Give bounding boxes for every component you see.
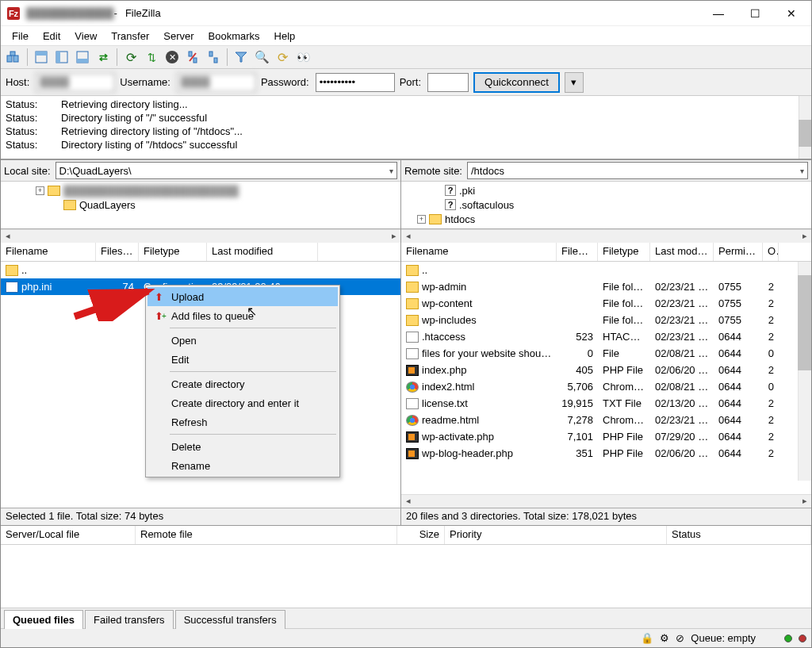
remote-tree[interactable]: ?.pki?.softaculous+htdocs	[401, 182, 811, 229]
reconnect-button[interactable]	[204, 48, 223, 67]
context-menu-item[interactable]: Delete	[147, 437, 338, 456]
context-menu-item[interactable]: Create directory	[147, 374, 338, 393]
tree-node[interactable]: +████████████████████████	[4, 183, 397, 197]
col-filesize[interactable]: Filesize	[96, 243, 139, 261]
queue-col-status[interactable]: Status	[667, 526, 811, 544]
file-row[interactable]: .htaccess523HTACCE...02/23/21 0...06442	[401, 328, 811, 345]
file-row[interactable]: ..	[1, 262, 400, 278]
menu-file[interactable]: File	[6, 29, 35, 44]
queue-tab[interactable]: Failed transfers	[85, 610, 174, 629]
tree-node[interactable]: ?.softaculous	[404, 197, 808, 212]
context-menu-item[interactable]: Edit	[147, 350, 338, 369]
svg-rect-6	[56, 52, 60, 63]
col-filename[interactable]: Filename	[1, 243, 96, 261]
col-lastmodified[interactable]: Last modified	[207, 243, 318, 261]
gear-icon[interactable]: ⚙	[660, 632, 669, 644]
stop-icon[interactable]: ⊘	[676, 632, 684, 644]
remote-site-combo[interactable]: /htdocs ▾	[467, 162, 808, 179]
context-menu-item[interactable]: ⬆Upload	[147, 287, 338, 306]
tree-node[interactable]: QuadLayers	[4, 197, 397, 212]
sync-browsing-button[interactable]: ⇄	[94, 48, 113, 67]
context-menu-item[interactable]: Create directory and enter it	[147, 393, 338, 412]
menu-transfer[interactable]: Transfer	[105, 29, 155, 44]
tree-node[interactable]: ?.pki	[404, 183, 808, 197]
quickconnect-button[interactable]: Quickconnect	[473, 72, 560, 93]
file-row[interactable]: index.php405PHP File02/06/20 2...06442	[401, 362, 811, 378]
toggle-log-button[interactable]	[32, 48, 51, 67]
context-menu-item[interactable]: Open	[147, 331, 338, 350]
menu-server[interactable]: Server	[157, 29, 200, 44]
quickconnect-bar: Host: Username: Password: Port: Quickcon…	[1, 69, 811, 96]
file-row[interactable]: index2.html5,706Chrome ...02/08/21 1...0…	[401, 378, 811, 395]
port-input[interactable]	[427, 73, 469, 92]
port-label: Port:	[400, 76, 421, 88]
file-row[interactable]: wp-contentFile folder02/23/21 0...07552	[401, 295, 811, 312]
queue-tab[interactable]: Queued files	[4, 610, 83, 629]
compare-button[interactable]: 🔍	[252, 48, 271, 67]
menu-view[interactable]: View	[68, 29, 103, 44]
file-row[interactable]: wp-activate.php7,101PHP File07/29/20 0..…	[401, 428, 811, 445]
remote-status-line: 20 files and 3 directories. Total size: …	[401, 508, 811, 525]
menu-help[interactable]: Help	[268, 29, 302, 44]
quickconnect-dropdown[interactable]: ▾	[565, 72, 584, 93]
remote-tree-hscroll[interactable]: ◂▸	[401, 229, 811, 243]
filter-button[interactable]	[232, 48, 251, 67]
local-tree-hscroll[interactable]: ◂▸	[1, 229, 400, 243]
file-row[interactable]: files for your website shoul...0File02/0…	[401, 345, 811, 362]
file-row[interactable]: readme.html7,278Chrome ...02/23/21 0...0…	[401, 412, 811, 428]
log-scrollbar-thumb[interactable]	[799, 120, 811, 147]
col-filesize[interactable]: Filesize	[557, 243, 598, 261]
file-row[interactable]: license.txt19,915TXT File02/13/20 0...06…	[401, 395, 811, 412]
search-button[interactable]: 👀	[293, 48, 312, 67]
local-list-header: Filename Filesize Filetype Last modified	[1, 243, 400, 262]
toggle-tree-button[interactable]	[52, 48, 71, 67]
local-site-label: Local site:	[4, 165, 51, 177]
col-filetype[interactable]: Filetype	[139, 243, 207, 261]
title-bar: Fz ████████████ - FileZilla — ☐ ✕	[1, 1, 811, 26]
context-menu-item[interactable]: ⬆+Add files to queue	[147, 306, 338, 325]
queue-tab[interactable]: Successful transfers	[175, 610, 285, 629]
username-input[interactable]	[177, 73, 256, 92]
queue-col-size[interactable]: Size	[397, 526, 445, 544]
cancel-button[interactable]: ✕	[163, 48, 182, 67]
sync-button[interactable]: ⟳	[273, 48, 292, 67]
local-site-combo[interactable]: D:\QuadLayers\ ▾	[56, 162, 397, 179]
col-permissions[interactable]: Permissi...	[714, 243, 763, 261]
host-label: Host:	[6, 76, 29, 88]
svg-rect-0	[7, 56, 12, 62]
maximize-button[interactable]: ☐	[737, 2, 773, 25]
remote-list-vscroll-thumb[interactable]	[798, 275, 811, 370]
remote-file-list[interactable]: ..wp-adminFile folder02/23/21 0...07552w…	[401, 262, 811, 494]
local-tree[interactable]: +████████████████████████QuadLayers	[1, 182, 400, 229]
file-row[interactable]: ..	[401, 262, 811, 278]
chevron-down-icon: ▾	[800, 167, 804, 175]
minimize-button[interactable]: —	[700, 2, 737, 25]
col-lastmodified[interactable]: Last modifi...	[650, 243, 714, 261]
password-input[interactable]	[316, 73, 395, 92]
queue-col-remote[interactable]: Remote file	[136, 526, 397, 544]
file-row[interactable]: wp-blog-header.php351PHP File02/06/20 2.…	[401, 445, 811, 462]
close-button[interactable]: ✕	[773, 2, 810, 25]
queue-col-server[interactable]: Server/Local file	[1, 526, 136, 544]
menu-bookmarks[interactable]: Bookmarks	[202, 29, 266, 44]
queue-col-priority[interactable]: Priority	[445, 526, 667, 544]
menu-edit[interactable]: Edit	[36, 29, 67, 44]
file-row[interactable]: wp-adminFile folder02/23/21 0...07552	[401, 278, 811, 295]
queue-body[interactable]	[1, 545, 811, 608]
context-menu-item[interactable]: Refresh	[147, 412, 338, 431]
host-input[interactable]	[36, 73, 115, 92]
disconnect-button[interactable]	[183, 48, 202, 67]
toolbar: ⇄ ⟳ ⇅ ✕ 🔍 ⟳ 👀	[1, 45, 811, 69]
col-owner[interactable]: O	[763, 243, 779, 261]
context-menu-item[interactable]: Rename	[147, 456, 338, 475]
process-queue-button[interactable]: ⇅	[142, 48, 161, 67]
col-filetype[interactable]: Filetype	[598, 243, 650, 261]
file-row[interactable]: wp-includesFile folder02/23/21 0...07552	[401, 312, 811, 328]
remote-list-hscroll[interactable]: ◂▸	[401, 494, 811, 508]
tree-node[interactable]: +htdocs	[404, 212, 808, 226]
refresh-button[interactable]: ⟳	[121, 48, 140, 67]
site-manager-button[interactable]	[4, 48, 23, 67]
col-filename[interactable]: Filename	[401, 243, 557, 261]
toggle-queue-button[interactable]	[73, 48, 92, 67]
app-window: Fz ████████████ - FileZilla — ☐ ✕ FileEd…	[0, 0, 812, 648]
